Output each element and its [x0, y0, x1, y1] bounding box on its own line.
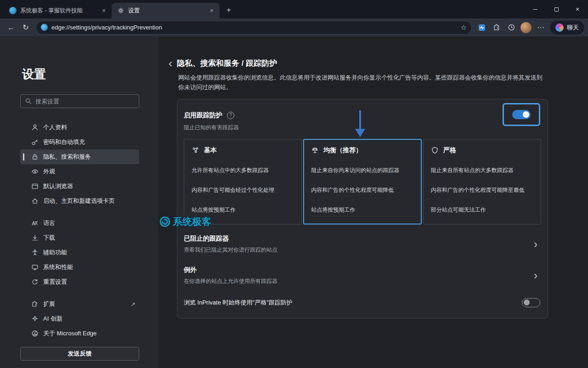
- page-title: 隐私、搜索和服务 / 跟踪防护: [177, 58, 277, 69]
- minimize-button[interactable]: [525, 0, 546, 18]
- level-line: 站点将按预期工作: [311, 206, 413, 214]
- sidebar-item-system[interactable]: 系统和性能: [20, 260, 139, 275]
- level-name: 基本: [204, 146, 217, 155]
- row-subtitle: 查看我们已阻止其对你进行跟踪的站点: [184, 246, 277, 254]
- level-line: 允许所有站点中的大多数跟踪器: [192, 167, 294, 174]
- tracking-toggle-subtitle: 阻止已知的有害跟踪器: [184, 124, 239, 132]
- selected-indicator: [23, 153, 24, 161]
- settings-sidebar: 设置 个人资料 密码和自动填充 隐私、搜索和服务 外观 默认浏览器: [0, 37, 158, 368]
- browser-essentials-button[interactable]: [475, 20, 489, 35]
- tab-sysgeek[interactable]: 系统极客 - 掌握软件技能 ×: [4, 3, 112, 18]
- sidebar-item-appearance[interactable]: 外观: [20, 164, 139, 179]
- avatar: [520, 22, 531, 33]
- extensions-button[interactable]: [489, 20, 504, 35]
- sidebar-item-reset[interactable]: 重置设置: [20, 275, 139, 289]
- titlebar: 系统极客 - 掌握软件技能 × 设置 × + ×: [0, 0, 588, 18]
- close-window-button[interactable]: ×: [567, 0, 588, 18]
- tracking-prevention-card: 启用跟踪防护 ? 阻止已知的有害跟踪器 基本 允许所有站点中的大多数跟踪器 内容…: [177, 99, 548, 319]
- lock-icon: [31, 153, 39, 161]
- puzzle-icon: [31, 300, 39, 308]
- nav-label: 外观: [43, 167, 55, 176]
- more-menu-button[interactable]: ⋯: [533, 20, 548, 35]
- history-clock-icon: [508, 23, 515, 31]
- inprivate-strict-toggle[interactable]: [522, 298, 540, 307]
- nav-label: 重置设置: [43, 278, 67, 286]
- level-basic[interactable]: 基本 允许所有站点中的大多数跟踪器 内容和广告可能会经过个性化处理 站点将按预期…: [184, 139, 302, 224]
- level-strict[interactable]: 严格 阻止来自所有站点的大多数跟踪器 内容和广告的个性化程度可能降至最低 部分站…: [423, 139, 541, 224]
- breadcrumb-back-icon[interactable]: ‹: [168, 59, 173, 68]
- maximize-button[interactable]: [546, 0, 567, 18]
- page-description: 网站会使用跟踪器收集你的浏览信息。此信息将用于改进网站服务并向你显示个性化广告等…: [178, 73, 548, 92]
- sidebar-item-passwords[interactable]: 密码和自动填充: [20, 135, 139, 150]
- monitor-icon: [31, 264, 39, 271]
- exceptions-row[interactable]: 例外 在你选择的站点上允许使用所有跟踪器 ›: [184, 259, 541, 290]
- minimize-icon: [533, 9, 537, 10]
- tab-close-icon[interactable]: ×: [100, 6, 108, 15]
- sysgeek-logo-icon: [159, 216, 170, 227]
- inprivate-row: 浏览 InPrivate 时始终使用"严格"跟踪防护: [184, 290, 541, 318]
- toggle-knob: [524, 299, 530, 305]
- favorite-star-icon[interactable]: ☆: [461, 23, 467, 32]
- key-icon: [31, 138, 39, 146]
- nav-label: 隐私、搜索和服务: [43, 153, 91, 161]
- shield-icon: [431, 146, 439, 154]
- puzzle-icon: [493, 23, 501, 31]
- sidebar-item-profile[interactable]: 个人资料: [20, 120, 139, 135]
- settings-content: ‹ 隐私、搜索和服务 / 跟踪防护 网站会使用跟踪器收集你的浏览信息。此信息将用…: [158, 37, 588, 368]
- new-tab-button[interactable]: +: [222, 4, 235, 17]
- copilot-chat-button[interactable]: 聊天: [550, 21, 584, 34]
- balance-scale-icon: [311, 146, 319, 154]
- search-icon: [25, 98, 32, 104]
- browser-essentials-icon: [478, 23, 486, 32]
- gear-icon: [117, 7, 124, 14]
- nav-label: 辅助功能: [43, 248, 67, 257]
- chevron-right-icon: ›: [534, 239, 537, 250]
- site-icon: [41, 24, 48, 31]
- nav-label: 系统和性能: [43, 263, 73, 271]
- help-icon[interactable]: ?: [227, 112, 234, 119]
- refresh-button[interactable]: ↻: [18, 20, 33, 35]
- level-line: 部分站点可能无法工作: [431, 206, 533, 214]
- sidebar-item-ai[interactable]: AI 创新: [20, 311, 139, 326]
- home-icon: [31, 197, 39, 205]
- nodes-icon: [192, 146, 199, 154]
- level-line: 阻止来自所有站点的大多数跟踪器: [431, 167, 533, 174]
- profile-avatar-button[interactable]: [519, 20, 533, 35]
- sidebar-item-startup[interactable]: 启动、主页和新建选项卡页: [20, 194, 139, 208]
- sidebar-item-default-browser[interactable]: 默认浏览器: [20, 179, 139, 194]
- window-controls: ×: [525, 0, 588, 18]
- tab-close-icon[interactable]: ×: [208, 6, 216, 15]
- address-bar[interactable]: edge://settings/privacy/trackingPreventi…: [36, 21, 472, 34]
- accessibility-icon: [31, 249, 39, 256]
- tab-strip: 系统极客 - 掌握软件技能 × 设置 × +: [0, 3, 525, 18]
- nav-label: 默认浏览器: [43, 182, 73, 190]
- tracking-prevention-toggle[interactable]: [512, 110, 531, 119]
- sidebar-item-extensions[interactable]: 扩展 ↗: [20, 297, 139, 311]
- level-line: 站点将按预期工作: [192, 206, 294, 214]
- level-name: 均衡（推荐）: [323, 146, 362, 155]
- nav-label: 关于 Microsoft Edge: [43, 329, 96, 338]
- level-line: 阻止来自你尚未访问的站点的跟踪器: [311, 167, 413, 174]
- nav-group-gap: [20, 289, 139, 297]
- tab-settings[interactable]: 设置 ×: [112, 3, 220, 18]
- sidebar-item-languages[interactable]: 语言: [20, 216, 139, 230]
- reset-icon: [31, 278, 39, 286]
- nav-group-gap: [20, 208, 139, 216]
- blocked-trackers-row[interactable]: 已阻止的跟踪器 查看我们已阻止其对你进行跟踪的站点 ›: [184, 224, 541, 259]
- url-text: edge://settings/privacy/trackingPreventi…: [51, 24, 461, 31]
- tracking-levels: 基本 允许所有站点中的大多数跟踪器 内容和广告可能会经过个性化处理 站点将按预期…: [184, 139, 541, 224]
- maximize-icon: [554, 7, 559, 12]
- sidebar-item-downloads[interactable]: 下载: [20, 230, 139, 245]
- settings-search[interactable]: [20, 94, 139, 108]
- sidebar-item-accessibility[interactable]: 辅助功能: [20, 245, 139, 260]
- send-feedback-button[interactable]: 发送反馈: [20, 347, 139, 361]
- sidebar-item-about[interactable]: 关于 Microsoft Edge: [20, 326, 139, 341]
- history-button[interactable]: [504, 20, 519, 35]
- download-icon: [31, 234, 39, 242]
- level-balanced[interactable]: 均衡（推荐） 阻止来自你尚未访问的站点的跟踪器 内容和广告的个性化程度可能降低 …: [303, 139, 421, 224]
- toggle-knob: [523, 111, 529, 118]
- search-input[interactable]: [35, 98, 134, 105]
- chevron-right-icon: ›: [534, 270, 537, 281]
- back-button[interactable]: ←: [4, 20, 18, 35]
- sidebar-item-privacy[interactable]: 隐私、搜索和服务: [20, 150, 139, 164]
